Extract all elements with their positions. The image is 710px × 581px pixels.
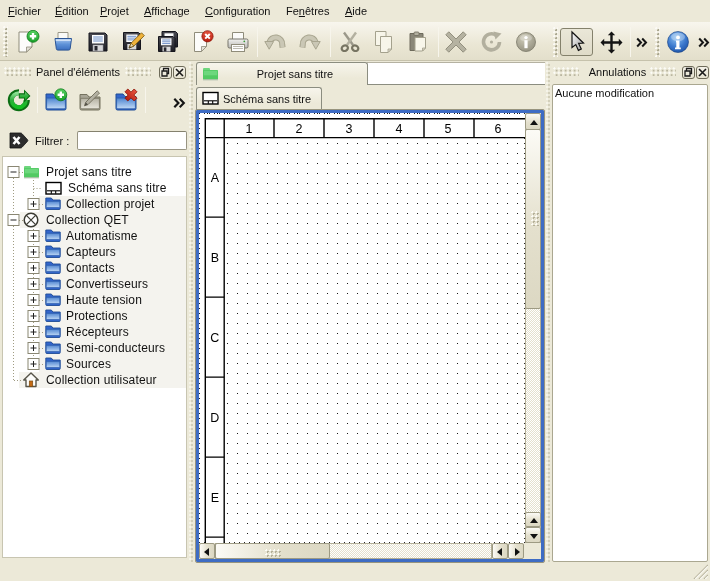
svg-text:D: D <box>210 411 219 425</box>
svg-text:C: C <box>210 331 219 345</box>
svg-text:B: B <box>211 251 219 265</box>
svg-text:1: 1 <box>246 122 253 136</box>
svg-text:2: 2 <box>296 122 303 136</box>
svg-text:3: 3 <box>346 122 353 136</box>
svg-text:E: E <box>211 491 219 505</box>
svg-text:6: 6 <box>495 122 502 136</box>
svg-text:5: 5 <box>445 122 452 136</box>
svg-text:4: 4 <box>396 122 403 136</box>
svg-text:A: A <box>211 171 220 185</box>
